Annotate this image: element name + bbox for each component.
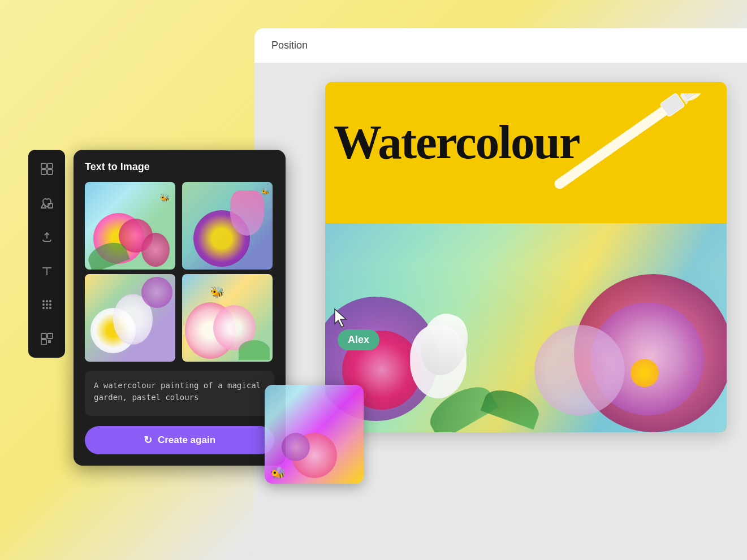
position-label: Position [271,40,308,51]
flower-painting [325,223,727,432]
prompt-input[interactable]: A watercolour painting of a magical gard… [85,371,274,416]
generated-image-4[interactable]: 🐝 [182,274,273,362]
canvas-background: Watercolour [325,82,727,432]
svg-rect-24 [41,333,46,338]
svg-point-21 [42,307,45,309]
svg-rect-7 [41,163,46,168]
svg-point-18 [42,303,45,306]
svg-rect-0 [552,102,674,191]
editor-header: Position [254,28,747,63]
cursor-container [334,308,349,331]
text-icon[interactable] [37,261,57,281]
refresh-icon: ↻ [144,434,152,446]
svg-rect-10 [48,170,53,175]
sidebar-panel [28,150,65,358]
ai-tools-icon[interactable] [37,328,57,349]
alex-tooltip: Alex [338,329,379,350]
apps-icon[interactable] [37,294,57,315]
elements-icon[interactable] [37,193,57,213]
svg-point-16 [46,300,48,302]
tti-panel: Text to Image 🐝 🐝 🐝 [74,150,286,466]
dragged-image: 🐝 [265,385,364,484]
svg-point-19 [46,303,48,306]
image-grid: 🐝 🐝 🐝 [85,182,274,362]
svg-rect-26 [41,340,46,345]
tti-title: Text to Image [85,161,274,173]
paintbrush-icon [512,93,727,206]
generated-image-1[interactable]: 🐝 [85,182,175,270]
cursor-icon [334,308,349,328]
svg-marker-12 [41,203,46,208]
create-again-button[interactable]: ↻ Create again [85,426,274,454]
svg-rect-9 [41,170,46,175]
layout-icon[interactable] [37,159,57,179]
generated-image-2[interactable]: 🐝 [182,182,273,270]
svg-point-22 [46,307,48,309]
svg-rect-25 [48,333,53,338]
svg-point-23 [49,307,51,309]
create-again-label: Create again [158,435,215,446]
svg-rect-27 [48,340,51,343]
canvas-area: Watercolour [325,82,727,432]
upload-icon[interactable] [37,227,57,247]
generated-image-3[interactable] [85,274,175,362]
svg-point-17 [49,300,51,302]
svg-point-20 [49,303,51,306]
svg-point-15 [42,300,45,302]
svg-rect-8 [48,163,53,168]
